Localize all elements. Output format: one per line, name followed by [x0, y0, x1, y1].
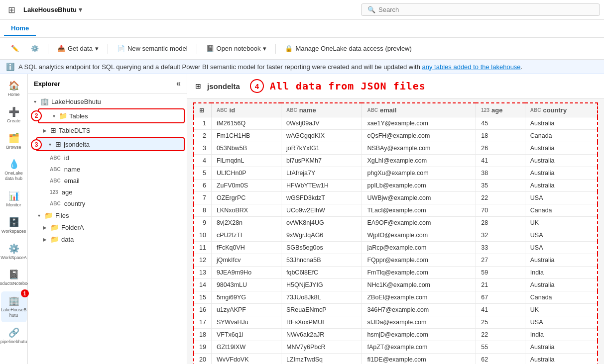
tree-field-email[interactable]: ABC email	[28, 175, 187, 186]
cell-rownum: 2	[194, 130, 211, 142]
cell-name: LtAfreja7Y	[281, 167, 362, 180]
tab-home[interactable]: Home	[4, 21, 36, 36]
cell-id: GZt19IXW	[211, 341, 281, 354]
cell-rownum: 6	[194, 180, 211, 192]
tree-tabledlts[interactable]: ▶ ⊞ TableDLTS	[28, 124, 187, 136]
annotation-4: 4	[250, 79, 264, 93]
get-data-button[interactable]: 📥 Get data ▾	[52, 42, 104, 55]
cell-name: LZImzTwdSq	[281, 354, 362, 364]
leftnav-workspacea[interactable]: ⚙️ WorkSpaceA	[1, 239, 27, 265]
data-header: ⊞ jsondelta 4 All data from JSON files	[187, 74, 604, 98]
cell-id: cPU2fzTI	[211, 229, 281, 242]
tree-field-name[interactable]: ABC name	[28, 164, 187, 175]
tree-workspace[interactable]: ▾ 🏢 LakeHouseBhutu	[28, 95, 187, 107]
settings-button[interactable]: ✏️	[6, 42, 24, 55]
search-bar[interactable]: 🔍	[361, 3, 600, 16]
tree-foldera[interactable]: ▶ 📁 FolderA	[28, 221, 187, 233]
table-row: 7OZErgrPCwGSFD3kdzTUWBjw@example.com22US…	[194, 192, 598, 204]
cell-email: XgLhI@example.com	[362, 155, 476, 167]
tree-jsondelta[interactable]: ▾ ⊞ jsondelta	[37, 138, 184, 150]
infobar-link[interactable]: any tables added to the lakehouse	[422, 63, 521, 71]
sidebar-title: Explorer	[34, 80, 60, 88]
tree-tables[interactable]: ▾ 📁 Tables	[47, 109, 184, 122]
cell-id: 5mgi69YG	[211, 291, 281, 304]
cell-rownum: 1	[194, 117, 211, 130]
cell-rownum: 7	[194, 192, 211, 204]
table-row: 5ULfCHn0PLtAfreja7YphgXu@example.com38Au…	[194, 167, 598, 180]
leftnav-pipeline[interactable]: 🔗 pipelinebhutu	[1, 323, 27, 349]
onelake-icon: 🔒	[285, 45, 293, 52]
leftnav-lakehouse[interactable]: 1 🏢 LakeHouseB hutu	[1, 291, 27, 322]
search-input[interactable]	[378, 6, 594, 13]
table-container[interactable]: ⊞ ABCid ABCname ABCemail 123age	[187, 98, 604, 364]
tables-highlight-box: ▾ 📁 Tables	[38, 108, 185, 123]
workspace-name[interactable]: LakeHouseBhutu ▾	[23, 6, 82, 13]
field-name-label: name	[64, 166, 81, 173]
cell-id: LKNxoBRX	[211, 204, 281, 217]
tables-section-wrapper: 2 ▾ 📁 Tables	[28, 108, 187, 123]
sidebar-collapse-button[interactable]: «	[176, 79, 181, 88]
table-row: 2Fm1CH1HBwAGCgqdKIXcQsFH@example.com18Ca…	[194, 130, 598, 142]
cell-age: 25	[476, 316, 525, 329]
tree-field-id[interactable]: ABC id	[28, 152, 187, 164]
leftnav-browse[interactable]: 🗂️ Browse	[1, 129, 27, 154]
leftnav-products-notebook[interactable]: 📓 ProductsNotebook	[1, 265, 27, 290]
cell-age: 22	[476, 329, 525, 341]
cell-age: 45	[476, 117, 525, 130]
cell-rownum: 5	[194, 167, 211, 180]
cell-rownum: 12	[194, 254, 211, 267]
gear-button[interactable]: ⚙️	[26, 42, 44, 55]
manage-onelake-button[interactable]: 🔒 Manage OneLake data access (preview)	[280, 42, 416, 55]
jsondelta-section-wrapper: 3 ▾ ⊞ jsondelta	[28, 137, 187, 151]
cell-age: 41	[476, 155, 525, 167]
cell-email: cQsFH@example.com	[362, 130, 476, 142]
separator-3	[197, 44, 197, 54]
cell-country: UK	[525, 304, 598, 316]
new-semantic-model-button[interactable]: 📄 New semantic model	[112, 42, 193, 55]
table-row: 155mgi69YG73JUo8Jk8LZBoEl@example.com67C…	[194, 291, 598, 304]
col-header-email: ABCemail	[362, 103, 476, 117]
cell-country: Canada	[525, 291, 598, 304]
cell-id: ULfCHn0P	[211, 167, 281, 180]
cell-email: TLacI@example.com	[362, 204, 476, 217]
open-notebook-button[interactable]: 📓 Open notebook ▾	[201, 42, 272, 55]
table-row: 11fFcKq0VHSGBs5eg0osjaRcp@example.com33U…	[194, 242, 598, 254]
cell-email: jaRcp@example.com	[362, 242, 476, 254]
leftnav-monitor[interactable]: 📊 Monitor	[1, 186, 27, 212]
cell-age: 35	[476, 180, 525, 192]
table-header-row: ⊞ ABCid ABCname ABCemail 123age	[194, 103, 598, 117]
cell-rownum: 10	[194, 229, 211, 242]
cell-country: USA	[525, 229, 598, 242]
tree-data-folder[interactable]: ▶ 📁 data	[28, 233, 187, 245]
get-data-label: Get data	[68, 45, 93, 52]
tree-files[interactable]: ▾ 📁 Files	[28, 209, 187, 221]
leftnav-onelake[interactable]: 💧 OneLake data hub	[1, 155, 27, 185]
cell-age: 55	[476, 341, 525, 354]
pencil-icon: ✏️	[11, 45, 19, 52]
leftnav-create[interactable]: ➕ Create	[1, 102, 27, 128]
infobar-text: A SQL analytics endpoint for SQL queryin…	[18, 63, 522, 71]
tree-field-age[interactable]: 123 age	[28, 186, 187, 198]
tree-field-country[interactable]: ABC country	[28, 198, 187, 209]
cell-country: India	[525, 329, 598, 341]
separator-1	[48, 44, 48, 54]
leftnav-workspaces[interactable]: 🗄️ Workspaces	[1, 213, 27, 238]
cell-name: ovWK8nj4UG	[281, 217, 362, 229]
cell-email: NHc1K@example.com	[362, 279, 476, 291]
table-row: 17SYWvaHJuRFsXoxPMUIsIJDa@example.com25U…	[194, 316, 598, 329]
cell-id: u1zyAKPF	[211, 304, 281, 316]
field-id-label: id	[64, 154, 69, 162]
cell-age: 28	[476, 217, 525, 229]
left-nav: 🏠 Home ➕ Create 🗂️ Browse 💧 OneLake data…	[0, 74, 28, 364]
cell-rownum: 18	[194, 329, 211, 341]
files-expand-icon: ▾	[36, 213, 42, 218]
separator-4	[275, 44, 276, 54]
cell-id: tM26156Q	[211, 117, 281, 130]
table-row: 139JEA9m9HofqbC6l8EfCFmTlq@example.com59…	[194, 267, 598, 279]
cell-id: jQmkIfcv	[211, 254, 281, 267]
field-country-label: country	[64, 200, 86, 207]
leftnav-home[interactable]: 🏠 Home	[1, 76, 27, 101]
info-icon: ℹ️	[6, 63, 14, 71]
cell-email: sIJDa@example.com	[362, 316, 476, 329]
col-header-row-num: ⊞	[194, 103, 211, 117]
